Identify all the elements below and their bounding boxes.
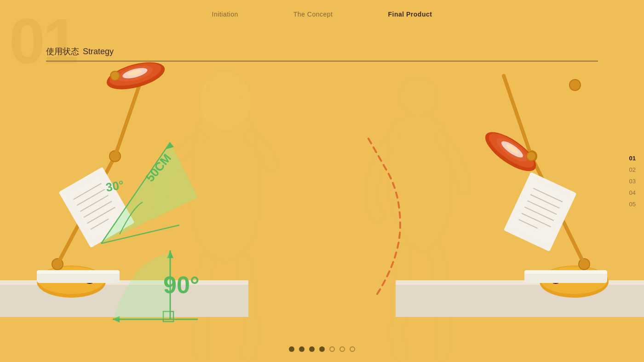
dot-indicators: [289, 346, 355, 352]
page-num-4[interactable]: 04: [629, 189, 636, 196]
section-title-en: Strategy: [83, 47, 114, 57]
dot-3[interactable]: [309, 346, 315, 352]
section-title: 使用状态 Strategy: [46, 46, 114, 57]
dot-4[interactable]: [319, 346, 325, 352]
dot-6[interactable]: [339, 346, 345, 352]
nav-initiation[interactable]: Initiation: [212, 11, 238, 18]
navigation: Initiation The Concept Final Product: [0, 0, 644, 28]
angle-90-label: 90°: [163, 271, 200, 299]
dot-5[interactable]: [329, 346, 335, 352]
page-num-2[interactable]: 02: [629, 166, 636, 173]
section-title-cn: 使用状态: [46, 46, 79, 57]
page-num-3[interactable]: 03: [629, 178, 636, 185]
dot-2[interactable]: [299, 346, 305, 352]
dot-1[interactable]: [289, 346, 294, 352]
page-indicators: 01 02 03 04 05: [629, 155, 636, 208]
dot-7[interactable]: [350, 346, 355, 352]
page-num-1[interactable]: 01: [629, 155, 636, 162]
nav-concept[interactable]: The Concept: [293, 11, 333, 18]
page-num-5[interactable]: 05: [629, 201, 636, 208]
title-underline: [46, 61, 598, 62]
nav-final-product[interactable]: Final Product: [388, 11, 432, 18]
